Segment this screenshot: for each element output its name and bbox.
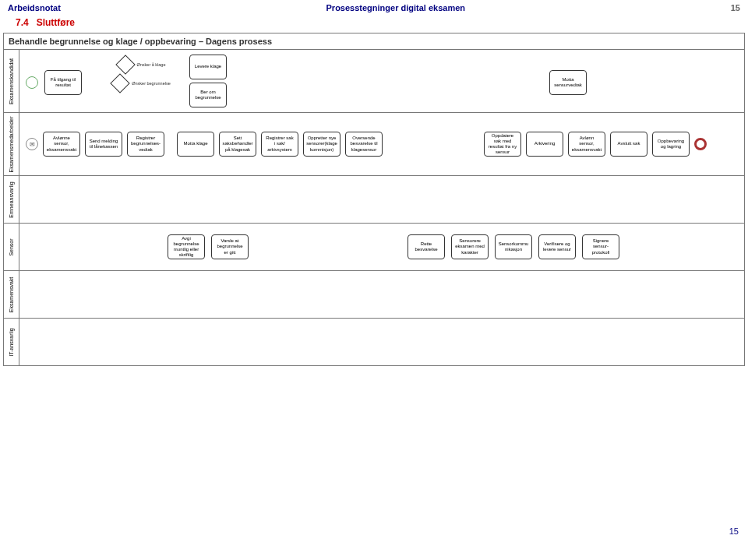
task-sensorkommu: Sensorkommu nikasjon <box>495 234 532 259</box>
task-avlonne: Avlønne sensor, eksamensvakt <box>43 132 80 157</box>
lane-emneansvarlig: Emneansvarlig <box>4 176 744 224</box>
lane-eksamensvakt: Eksamensvakt <box>4 271 744 319</box>
lane-body-emneansvarlig <box>19 176 744 223</box>
msg-event-1 <box>26 138 38 150</box>
footer-page-number: 15 <box>0 522 748 541</box>
task-registrer-sak: Registrer sak i sak/ arkivsystem <box>261 132 298 157</box>
lane-body-medarbeider: Avlønne sensor, eksamensvakt Send meldin… <box>19 113 744 175</box>
task-oppretter: Oppretter nye sensorer(klage kommisjon) <box>303 132 340 157</box>
section-name: Sluttføre <box>37 17 75 28</box>
diagram-title: Behandle begrunnelse og klage / oppbevar… <box>3 33 745 49</box>
task-avlonn2: Avlønn sensor, eksamensvakt <box>568 132 605 157</box>
gateway-begrunnelse <box>110 73 129 93</box>
lane-medarbeider: Eksamensmedarbeider Avlønne sensor, eksa… <box>4 113 744 176</box>
lane-label-itansvarlig: IT-ansvarlig <box>4 319 19 365</box>
lane-label-kandidat: Eksamenskandidat <box>4 50 19 112</box>
bpmn-pool: Eksamenskandidat Få tilgang til resultat… <box>3 49 745 366</box>
task-send-melding: Send melding til lånekassen <box>85 132 122 157</box>
end-event <box>694 138 707 150</box>
task-motta-vedtak: Motta sensurvedtak <box>549 70 587 95</box>
task-levere-klage: Levere klage <box>189 55 227 79</box>
task-oppdatere: Oppdatere sak med resultat fra ny sensur <box>484 132 521 157</box>
task-arkivering: Arkivering <box>526 132 563 157</box>
header-left: Arbeidsnotat <box>8 3 61 12</box>
gateway-klage <box>115 55 135 74</box>
task-sensurere: Sensurere eksamen med karakter <box>451 234 489 259</box>
task-avslutt: Avslutt sak <box>610 132 647 157</box>
task-sett-saks: Sett saksbehandler på klagesak <box>219 132 256 157</box>
task-oversende: Oversende besvarelse til klagesensor <box>345 132 383 157</box>
task-registrer-begr: Registrer begrunnelses-vedtak <box>127 132 164 157</box>
header-center: Prosesstegninger digital eksamen <box>326 3 466 12</box>
lane-body-itansvarlig <box>19 319 744 365</box>
section-number: 7.4 <box>16 17 29 28</box>
header-page: 15 <box>731 3 740 12</box>
lane-kandidat: Eksamenskandidat Få tilgang til resultat… <box>4 50 744 113</box>
task-rette: Rette besvarelse <box>408 234 445 259</box>
lane-body-sensor: Avgi begrunnelse muntlig eller skriftlig… <box>19 224 744 270</box>
task-ber-om: Ber om begrunnelse <box>189 83 227 107</box>
label-onsker-begrunnelse: Ønsker begrunnelse <box>132 81 171 86</box>
label-onsker-klage: Ønsker å klage <box>137 62 166 67</box>
task-varsle: Varsle at begrunnelse er gitt <box>211 234 249 259</box>
lane-label-sensor: Sensor <box>4 224 19 270</box>
task-oppbevaring: Oppbevaring og lagring <box>652 132 690 157</box>
page-header: Arbeidsnotat Prosesstegninger digital ek… <box>0 0 748 16</box>
task-avgi: Avgi begrunnelse muntlig eller skriftlig <box>168 234 205 259</box>
lane-body-eksamensvakt <box>19 271 744 318</box>
lane-sensor: Sensor Avgi begrunnelse muntlig eller sk… <box>4 224 744 271</box>
lane-itansvarlig: IT-ansvarlig <box>4 319 744 365</box>
lane-label-medarbeider: Eksamensmedarbeider <box>4 113 19 175</box>
task-motta-klage: Motta klage <box>177 132 214 157</box>
lane-body-kandidat: Få tilgang til resultat Ønsker å klage Ø… <box>19 50 744 112</box>
lane-label-emneansvarlig: Emneansvarlig <box>4 176 19 223</box>
task-signere: Signere sensur-protokoll <box>582 234 619 259</box>
section-heading: 7.4 Sluttføre <box>0 16 748 30</box>
task-fa-tilgang: Få tilgang til resultat <box>44 70 82 95</box>
task-verifisere: Verifisere og levere sensur <box>538 234 576 259</box>
start-event <box>26 76 38 89</box>
lane-label-eksamensvakt: Eksamensvakt <box>4 271 19 318</box>
